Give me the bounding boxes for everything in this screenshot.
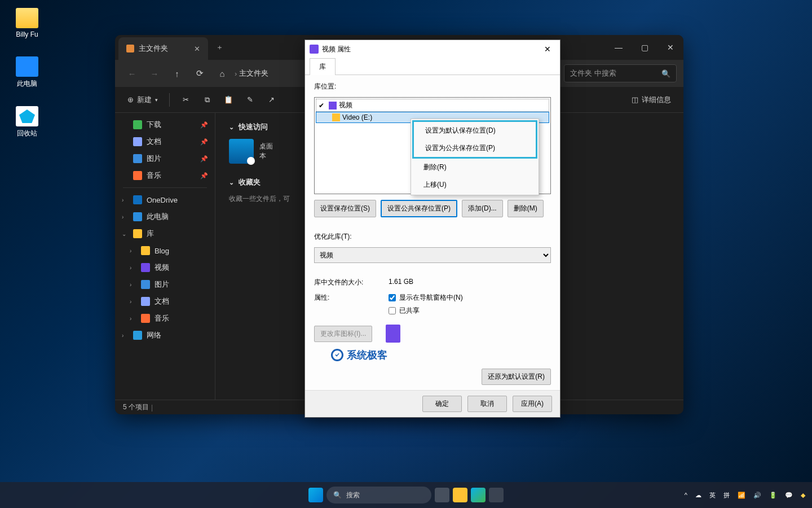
sidebar-item-pictures-lib[interactable]: ›图片: [115, 276, 215, 293]
maximize-button[interactable]: ▢: [632, 35, 657, 60]
tray-chevron-icon[interactable]: ^: [685, 492, 687, 498]
sidebar-item-network[interactable]: ›网络: [115, 327, 215, 344]
set-save-location-button[interactable]: 设置保存位置(S): [314, 200, 376, 217]
chevron-down-icon: ⌄: [229, 179, 234, 186]
sidebar-item-thispc[interactable]: ›此电脑: [115, 208, 215, 225]
chevron-down-icon: ▾: [155, 97, 158, 103]
wifi-icon[interactable]: 📶: [738, 492, 745, 499]
document-icon: [133, 137, 142, 146]
search-placeholder: 文件夹 中搜索: [570, 68, 616, 78]
new-button[interactable]: ⊕新建▾: [123, 91, 162, 108]
sidebar-item-library[interactable]: ⌄库: [115, 225, 215, 242]
show-in-nav-checkbox[interactable]: 显示在导航窗格中(N): [389, 293, 551, 303]
explorer-taskbar-icon[interactable]: [453, 488, 467, 502]
dialog-titlebar: 视频 属性 ✕: [305, 40, 560, 58]
refresh-button[interactable]: ⟳: [189, 63, 210, 84]
restore-defaults-button[interactable]: 还原为默认设置(R): [482, 369, 551, 385]
size-value: 1.61 GB: [389, 278, 551, 286]
add-button[interactable]: 添加(D)...: [462, 200, 503, 217]
new-tab-button[interactable]: ＋: [208, 35, 231, 60]
chevron-right-icon: ›: [122, 197, 129, 203]
sidebar-item-music[interactable]: 音乐📌: [115, 167, 215, 184]
battery-icon[interactable]: 🔋: [769, 492, 777, 499]
notification-icon[interactable]: 💬: [785, 492, 793, 499]
item-count: 5 个项目: [123, 402, 149, 412]
sidebar-item-documents[interactable]: 文档📌: [115, 133, 215, 150]
paste-button[interactable]: 📋: [219, 92, 237, 107]
ctx-set-default-save[interactable]: 设置为默认保存位置(D): [414, 122, 536, 139]
change-icon-button[interactable]: 更改库图标(I)...: [314, 326, 372, 342]
ime-lang[interactable]: 英: [709, 491, 716, 500]
sidebar-item-video[interactable]: ›视频: [115, 259, 215, 276]
pc-icon: [133, 212, 142, 221]
picture-icon: [141, 280, 150, 289]
sidebar-item-onedrive[interactable]: ›OneDrive: [115, 191, 215, 208]
start-button[interactable]: [308, 488, 323, 502]
apply-button[interactable]: 应用(A): [513, 396, 552, 412]
minimize-button[interactable]: —: [606, 35, 632, 60]
video-icon: [329, 102, 337, 110]
watermark: 系统极客: [331, 348, 551, 362]
tab-library[interactable]: 库: [310, 58, 336, 75]
home-button[interactable]: ⌂: [212, 63, 232, 84]
attributes-label: 属性:: [314, 293, 379, 303]
cancel-button[interactable]: 取消: [467, 396, 507, 412]
sidebar-item-pictures[interactable]: 图片📌: [115, 150, 215, 167]
sidebar-item-downloads[interactable]: 下载📌: [115, 116, 215, 133]
sidebar-item-documents-lib[interactable]: ›文档: [115, 293, 215, 310]
copy-button[interactable]: ⧉: [198, 92, 216, 108]
context-highlight-box: 设置为默认保存位置(D) 设置为公共保存位置(P): [412, 120, 537, 159]
taskbar-search[interactable]: 🔍搜索: [326, 487, 431, 503]
forward-button[interactable]: →: [144, 63, 165, 84]
folder-icon: [332, 113, 340, 121]
tab-close-button[interactable]: ✕: [194, 45, 200, 53]
chevron-right-icon: ›: [130, 316, 136, 322]
store-taskbar-icon[interactable]: [489, 488, 504, 502]
share-button[interactable]: ↗: [262, 92, 280, 107]
optimize-select[interactable]: 视频: [314, 247, 551, 263]
cut-button[interactable]: ✂: [176, 92, 195, 107]
list-item-root[interactable]: ✔ 视频: [316, 99, 549, 112]
chevron-right-icon: ›: [130, 248, 136, 254]
properties-dialog: 视频 属性 ✕ 库 库位置: ✔ 视频 Video (E:) 设置保存位置(S)…: [304, 40, 561, 418]
rename-button[interactable]: ✎: [241, 92, 259, 107]
ok-button[interactable]: 确定: [422, 396, 462, 412]
search-input[interactable]: 文件夹 中搜索 🔍: [564, 64, 677, 82]
desktop-icon-thispc[interactable]: 此电脑: [10, 56, 44, 89]
explorer-tab[interactable]: 主文件夹 ✕: [118, 37, 208, 60]
task-view-button[interactable]: [435, 488, 449, 502]
remove-button[interactable]: 删除(M): [508, 200, 544, 217]
sidebar-item-blog[interactable]: ›Blog: [115, 242, 215, 259]
watermark-icon: [331, 349, 343, 361]
chevron-right-icon: ›: [130, 265, 136, 271]
details-icon: ◫: [632, 95, 638, 104]
system-tray: ^ ☁ 英 拼 📶 🔊 🔋 💬 ◆: [685, 491, 812, 500]
document-icon: [141, 297, 150, 306]
ctx-delete[interactable]: 删除(R): [412, 159, 537, 176]
desktop-icon-label: Billy Fu: [16, 30, 38, 38]
video-icon: [141, 263, 150, 272]
dialog-close-button[interactable]: ✕: [540, 43, 555, 55]
network-icon: [133, 331, 142, 340]
set-public-save-button[interactable]: 设置公共保存位置(P): [381, 200, 457, 217]
desktop-icon-user[interactable]: Billy Fu: [10, 8, 44, 38]
pin-icon: 📌: [200, 172, 208, 179]
copy-icon: ⧉: [205, 95, 210, 104]
details-button[interactable]: ◫详细信息: [627, 91, 676, 108]
desktop-icon-recyclebin[interactable]: 回收站: [10, 106, 44, 138]
ctx-set-public-save[interactable]: 设置为公共保存位置(P): [414, 139, 536, 157]
copilot-icon[interactable]: ◆: [801, 492, 805, 499]
chevron-right-icon: ›: [122, 214, 129, 220]
shared-checkbox[interactable]: 已共享: [389, 306, 551, 316]
divider: [169, 93, 170, 107]
edge-taskbar-icon[interactable]: [471, 488, 486, 502]
sidebar-item-music-lib[interactable]: ›音乐: [115, 310, 215, 327]
ime-mode[interactable]: 拼: [723, 491, 730, 500]
ctx-move-up[interactable]: 上移(U): [412, 176, 537, 194]
volume-icon[interactable]: 🔊: [753, 492, 761, 499]
close-button[interactable]: ✕: [657, 35, 683, 60]
back-button[interactable]: ←: [122, 63, 142, 84]
picture-icon: [133, 154, 142, 163]
onedrive-tray-icon[interactable]: ☁: [695, 492, 701, 499]
up-button[interactable]: ↑: [167, 63, 187, 84]
